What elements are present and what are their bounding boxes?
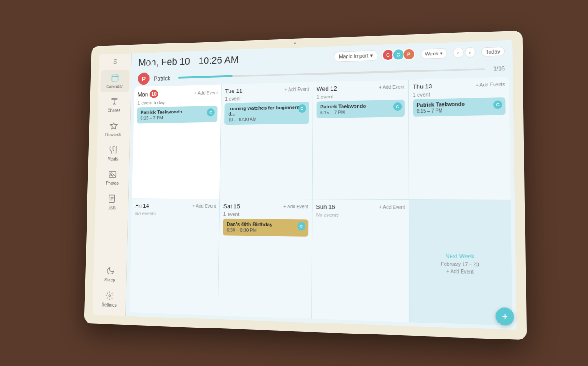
- camera-dot: [294, 42, 296, 44]
- day-badge-mon: 10: [150, 90, 158, 98]
- event-count-sat: 1 event: [223, 211, 308, 217]
- sidebar-item-sleep[interactable]: Sleep: [95, 263, 125, 286]
- header-time: 10:26 AM: [198, 54, 239, 67]
- event-count-tue: 1 event: [225, 94, 309, 102]
- event-time-thu-1: 6:15 – 7 PM: [417, 107, 501, 114]
- sidebar-item-lists[interactable]: Lists: [97, 191, 126, 214]
- svg-rect-0: [112, 75, 118, 81]
- add-event-fri[interactable]: + Add Event: [192, 203, 216, 208]
- day-header-sun: Sun 16 + Add Event: [316, 203, 405, 210]
- dropdown-arrow-icon: ▾: [370, 53, 373, 59]
- sidebar-item-calendar[interactable]: Calendar: [100, 70, 130, 92]
- event-time-sat-1: 6:30 – 8:30 PM: [227, 227, 305, 233]
- add-event-tue[interactable]: + Add Event: [284, 86, 309, 92]
- day-name-wed: Wed 12: [316, 85, 337, 92]
- day-cell-sat: Sat 15 + Add Event 1 event Dan's 40th Bi…: [218, 199, 312, 319]
- magic-import-button[interactable]: Magic Import ▾: [334, 50, 378, 62]
- day-name-label-sat: Sat 15: [223, 203, 240, 210]
- today-button[interactable]: Today: [481, 47, 505, 57]
- sidebar-item-sleep-label: Sleep: [104, 277, 115, 282]
- event-avatar-tue-1: C: [298, 104, 306, 113]
- sidebar-item-rewards[interactable]: Rewards: [99, 118, 128, 140]
- person-progress-bar-container: [178, 68, 485, 79]
- screen: S Calendar: [93, 40, 516, 330]
- next-week-label: Next Week: [445, 253, 474, 260]
- sidebar-logo: S: [113, 58, 117, 65]
- svg-point-14: [109, 295, 111, 297]
- sidebar-item-meals[interactable]: Meals: [98, 142, 128, 165]
- next-week-button[interactable]: ›: [464, 47, 475, 58]
- calendar-grid: Mon 10 + Add Event 1 event today Patrick…: [129, 77, 512, 325]
- sidebar-item-lists-label: Lists: [107, 205, 116, 210]
- event-card-tue-1[interactable]: running watches for beginners d... 10 – …: [224, 102, 309, 125]
- day-name-tue: Tue 11: [225, 87, 242, 94]
- sidebar-item-photos[interactable]: Photos: [98, 167, 127, 189]
- photos-icon: [108, 170, 117, 180]
- event-count-wed: 1 event: [316, 92, 404, 99]
- svg-rect-4: [111, 98, 117, 100]
- event-card-sat-1[interactable]: Dan's 40th Birthday 6:30 – 8:30 PM C: [223, 218, 308, 236]
- add-event-wed[interactable]: + Add Event: [379, 84, 405, 90]
- day-name-mon: Mon 10: [137, 90, 158, 99]
- event-count-thu: 1 event: [413, 90, 505, 98]
- day-header-wed: Wed 12 + Add Event: [316, 83, 404, 92]
- lists-icon: [108, 194, 116, 205]
- day-cell-wed: Wed 12 + Add Event 1 event Patrick Taekw…: [312, 80, 409, 199]
- event-time-tue-1: 10 – 10:30 AM: [228, 116, 305, 123]
- day-cell-fri: Fri 14 + Add Event No events: [129, 199, 219, 316]
- sidebar-item-chores-label: Chores: [107, 108, 120, 113]
- day-name-fri: Fri 14: [135, 202, 149, 209]
- no-events-sun: No events: [316, 212, 405, 218]
- day-name-label-sun: Sun 16: [316, 203, 335, 210]
- add-event-thu[interactable]: + Add Events: [476, 82, 505, 88]
- week-view-button[interactable]: Week ▾: [420, 48, 447, 59]
- event-time-mon-1: 6:15 – 7 PM: [140, 114, 214, 120]
- day-name-sat: Sat 15: [223, 203, 240, 210]
- sleep-icon: [106, 266, 114, 277]
- day-header-mon: Mon 10 + Add Event: [137, 88, 218, 98]
- day-cell-thu: Thu 13 + Add Events 1 event Patrick Taek…: [409, 77, 511, 199]
- avatar-group: C C P: [384, 48, 415, 61]
- device-frame: S Calendar: [84, 30, 527, 340]
- add-event-next-week[interactable]: + Add Event: [446, 269, 474, 274]
- week-label: Week: [425, 50, 438, 56]
- add-event-sat[interactable]: + Add Event: [283, 204, 308, 209]
- next-week-dates: February 17 – 23: [441, 261, 479, 267]
- rewards-icon: [109, 121, 118, 131]
- chores-icon: [110, 97, 118, 108]
- avatar-p[interactable]: P: [403, 48, 415, 60]
- event-title-mon-1: Patrick Taekwondo: [141, 108, 214, 115]
- settings-icon: [105, 291, 114, 301]
- person-name: Patrick: [154, 75, 171, 81]
- header-date: Mon, Feb 10: [138, 56, 190, 69]
- event-title-tue-1: running watches for beginners d...: [228, 104, 305, 117]
- event-avatar-wed-1: C: [393, 102, 402, 111]
- event-card-thu-1[interactable]: Patrick Taekwondo 6:15 – 7 PM C: [413, 97, 505, 117]
- sidebar-item-calendar-label: Calendar: [106, 84, 123, 89]
- event-card-mon-1[interactable]: Patrick Taekwondo 6:15 – 7 PM C: [137, 106, 218, 124]
- day-header-tue: Tue 11 + Add Event: [225, 86, 309, 94]
- day-name-thu: Thu 13: [413, 83, 432, 90]
- person-progress-fill: [178, 75, 233, 79]
- event-title-wed-1: Patrick Taekwondo: [320, 102, 401, 109]
- day-cell-tue: Tue 11 + Add Event 1 event running watch…: [220, 82, 312, 199]
- main-content: Mon, Feb 10 10:26 AM Magic Import ▾ C C …: [126, 40, 517, 330]
- meals-icon: [109, 145, 117, 156]
- day-name-label-fri: Fri 14: [135, 202, 149, 209]
- day-header-fri: Fri 14 + Add Event: [135, 202, 216, 210]
- person-avatar[interactable]: P: [138, 72, 150, 85]
- sidebar-item-chores[interactable]: Chores: [99, 94, 129, 117]
- sidebar-item-settings[interactable]: Settings: [94, 287, 124, 312]
- add-event-sun[interactable]: + Add Event: [379, 205, 405, 210]
- svg-rect-8: [109, 172, 116, 178]
- event-card-wed-1[interactable]: Patrick Taekwondo 6:15 – 7 PM C: [316, 100, 405, 118]
- prev-week-button[interactable]: ‹: [453, 48, 464, 58]
- nav-arrows: ‹ ›: [453, 47, 475, 58]
- day-name-label-mon: Mon: [137, 91, 148, 98]
- sidebar-item-photos-label: Photos: [106, 181, 119, 185]
- event-time-wed-1: 6:15 – 7 PM: [320, 109, 401, 115]
- fab-icon: +: [502, 311, 508, 322]
- add-event-mon[interactable]: + Add Event: [194, 90, 218, 96]
- sidebar-item-rewards-label: Rewards: [105, 132, 122, 137]
- svg-marker-6: [110, 122, 117, 129]
